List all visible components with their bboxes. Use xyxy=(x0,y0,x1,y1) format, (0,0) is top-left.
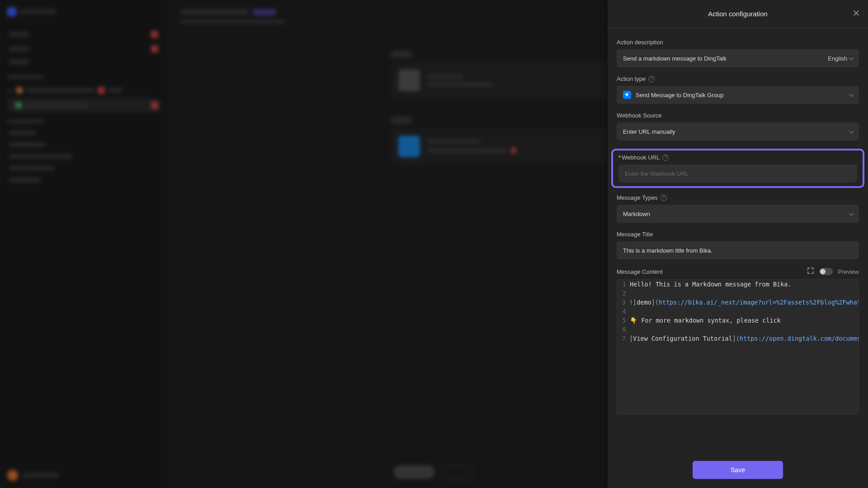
message-title-input[interactable]: This is a markdown title from Bika. xyxy=(617,241,859,259)
action-type-value: Send Message to DingTalk Group xyxy=(636,92,723,99)
message-types-group: Message Types ? Markdown xyxy=(617,194,859,223)
panel-header: Action configuration xyxy=(608,0,868,28)
preview-toggle[interactable] xyxy=(819,268,833,275)
webhook-source-select[interactable]: Enter URL manually xyxy=(617,122,859,141)
message-content-editor[interactable]: 1Hello! This is a Markdown message from … xyxy=(617,279,859,415)
message-types-label: Message Types ? xyxy=(617,194,859,201)
preview-label: Preview xyxy=(838,268,859,275)
message-title-value: This is a markdown title from Bika. xyxy=(623,247,712,254)
message-types-value: Markdown xyxy=(623,211,650,217)
message-content-group: Message Content Preview 1Hello! This is … xyxy=(617,267,859,415)
action-type-select[interactable]: Send Message to DingTalk Group xyxy=(617,86,859,104)
help-icon[interactable]: ? xyxy=(662,155,669,161)
webhook-url-group: *Webhook URL ? xyxy=(617,154,859,183)
chevron-down-icon xyxy=(849,128,854,133)
help-icon[interactable]: ? xyxy=(648,76,655,82)
save-button[interactable]: Save xyxy=(693,461,783,479)
dingtalk-icon xyxy=(623,91,631,99)
webhook-url-highlight: *Webhook URL ? xyxy=(611,149,864,188)
chevron-down-icon xyxy=(849,211,854,216)
language-value: English xyxy=(828,55,847,62)
panel-body: Action description Send a markdown messa… xyxy=(608,28,868,452)
webhook-url-label: *Webhook URL ? xyxy=(618,154,857,161)
chevron-down-icon xyxy=(849,55,854,60)
message-types-select[interactable]: Markdown xyxy=(617,205,859,223)
webhook-source-value: Enter URL manually xyxy=(623,128,675,135)
action-description-label: Action description xyxy=(617,39,859,46)
action-configuration-panel: Action configuration Action description … xyxy=(608,0,868,488)
expand-icon[interactable] xyxy=(807,267,814,276)
message-content-label: Message Content xyxy=(617,268,663,275)
panel-title: Action configuration xyxy=(708,10,768,18)
action-description-value: Send a markdown message to DingTalk xyxy=(623,55,726,62)
message-title-label: Message Title xyxy=(617,231,859,238)
message-title-group: Message Title This is a markdown title f… xyxy=(617,231,859,259)
action-type-group: Action type ? Send Message to DingTalk G… xyxy=(617,75,859,104)
language-selector[interactable]: English xyxy=(828,55,853,62)
webhook-source-label: Webhook Source xyxy=(617,112,859,119)
webhook-source-group: Webhook Source Enter URL manually xyxy=(617,112,859,141)
help-icon[interactable]: ? xyxy=(660,195,667,201)
close-button[interactable] xyxy=(853,9,860,19)
webhook-url-input[interactable] xyxy=(618,164,857,183)
panel-footer: Save xyxy=(608,452,868,488)
action-description-field[interactable]: Send a markdown message to DingTalk Engl… xyxy=(617,49,859,67)
action-description-group: Action description Send a markdown messa… xyxy=(617,39,859,67)
chevron-down-icon xyxy=(849,92,854,97)
action-type-label: Action type ? xyxy=(617,75,859,82)
